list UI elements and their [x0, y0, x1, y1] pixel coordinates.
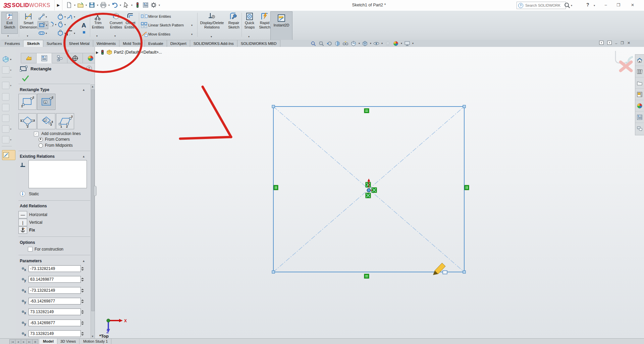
- display-delete-relations-button[interactable]: Display/Delete Relations: [199, 12, 225, 29]
- param-y3-spinner[interactable]: [80, 320, 85, 326]
- hide-show-items-icon[interactable]: [373, 41, 379, 47]
- home-tab[interactable]: [635, 55, 644, 66]
- print-icon[interactable]: [100, 1, 107, 9]
- tab-feature-manager[interactable]: [21, 53, 37, 63]
- tab-dimxpert-manager[interactable]: [67, 53, 83, 63]
- line-dropdown-icon[interactable]: ▾: [46, 15, 47, 18]
- save-icon[interactable]: [89, 1, 95, 9]
- forum-tab[interactable]: [635, 123, 644, 134]
- zoom-fit-icon[interactable]: [310, 41, 316, 47]
- shadows-icon[interactable]: [385, 41, 391, 47]
- save-dropdown-icon[interactable]: ▾: [97, 4, 98, 7]
- appearances-dropdown-icon[interactable]: ▾: [401, 42, 402, 45]
- param-x2-input[interactable]: [29, 287, 81, 294]
- help-search-box[interactable]: ?: [517, 2, 566, 9]
- smart-dimension-button[interactable]: Smart Dimension: [19, 12, 38, 29]
- param-x1-spinner[interactable]: [80, 265, 85, 272]
- doc-close-icon[interactable]: ✕: [627, 41, 630, 45]
- parallelogram-button[interactable]: 123: [56, 113, 74, 129]
- custom-properties-tab[interactable]: [635, 112, 644, 123]
- appearances-scenes-tab[interactable]: [635, 100, 644, 112]
- three-point-corner-rectangle-button[interactable]: 123: [18, 113, 37, 129]
- param-x4-input[interactable]: [29, 330, 81, 337]
- restore-button[interactable]: ❐: [614, 1, 623, 9]
- feature-tree-item[interactable]: ▾: [2, 135, 14, 144]
- param-y1-spinner[interactable]: [80, 276, 85, 283]
- open-dropdown-icon[interactable]: ▾: [86, 4, 87, 7]
- offset-entities-button[interactable]: Offset Entities: [123, 12, 138, 29]
- repair-sketch-button[interactable]: Repair Sketch: [225, 12, 242, 29]
- close-button[interactable]: ✕: [629, 1, 637, 9]
- hide-show-dropdown-icon[interactable]: ▾: [381, 42, 383, 45]
- undo-icon[interactable]: [111, 1, 118, 9]
- existing-relations-header[interactable]: Existing Relations: [20, 154, 55, 159]
- move-dropdown-icon[interactable]: ▾: [191, 33, 193, 36]
- open-icon[interactable]: [77, 1, 84, 9]
- tab-features[interactable]: Features: [1, 40, 23, 47]
- circle-tool[interactable]: ▾: [57, 13, 66, 20]
- horizontal-relation-button[interactable]: —: [18, 211, 27, 218]
- instant2d-button[interactable]: Instant2D: [270, 11, 292, 41]
- circle-dropdown-icon[interactable]: ▾: [64, 15, 66, 18]
- ellipse-tool[interactable]: ▾: [57, 21, 66, 28]
- parameters-collapse-icon[interactable]: ▲: [82, 259, 86, 263]
- print-dropdown-icon[interactable]: ▾: [108, 4, 110, 7]
- spline-tool[interactable]: ▾: [66, 13, 75, 20]
- spline-dropdown-icon[interactable]: ▾: [74, 15, 75, 18]
- ellipse-dropdown-icon[interactable]: ▾: [64, 23, 66, 26]
- param-x3-input[interactable]: [29, 308, 81, 315]
- sketch-canvas[interactable]: [95, 47, 644, 338]
- from-midpoints-radio[interactable]: [39, 143, 43, 148]
- linear-pattern-dropdown-icon[interactable]: ▾: [191, 24, 193, 27]
- feature-tree-item[interactable]: ▾: [2, 55, 14, 64]
- search-magnifier-icon[interactable]: [564, 2, 570, 8]
- settings-gear-icon[interactable]: [150, 1, 157, 9]
- view-settings-dropdown-icon[interactable]: ▾: [412, 42, 414, 45]
- smart-dimension-dropdown-icon[interactable]: ▾: [27, 35, 28, 38]
- panel-help-icon[interactable]: ?: [86, 66, 92, 71]
- view-palette-tab[interactable]: [635, 89, 644, 100]
- trim-dropdown-icon[interactable]: ▾: [96, 35, 98, 38]
- for-construction-checkbox[interactable]: [28, 247, 33, 252]
- arc-dropdown-icon[interactable]: ▾: [55, 23, 56, 26]
- exit-sketch-button[interactable]: Exit Sketch: [1, 12, 18, 34]
- tab-configuration-manager[interactable]: [52, 53, 67, 63]
- polygon-dropdown-icon[interactable]: ▾: [64, 32, 66, 35]
- zoom-area-icon[interactable]: [318, 41, 324, 47]
- quick-snaps-button[interactable]: Quick Snaps: [242, 12, 257, 29]
- tab-dimxpert[interactable]: DimXpert: [167, 40, 190, 47]
- minimize-button[interactable]: –: [602, 1, 610, 9]
- feature-tree-item[interactable]: ▾: [2, 66, 14, 74]
- from-corners-radio[interactable]: [39, 137, 43, 142]
- section-view-icon[interactable]: [334, 41, 340, 47]
- move-entities-button[interactable]: Move Entities: [141, 31, 170, 37]
- display-style-dropdown-icon[interactable]: ▾: [370, 42, 371, 45]
- view-settings-icon[interactable]: [404, 41, 410, 47]
- arc-tool[interactable]: ▾: [48, 21, 56, 28]
- doc-restore-icon[interactable]: ❐: [621, 41, 624, 45]
- previous-view-icon[interactable]: [326, 41, 332, 47]
- fix-relation-button[interactable]: [18, 226, 27, 234]
- fillet-tool[interactable]: ▾: [66, 30, 75, 37]
- options-list-icon[interactable]: [142, 1, 149, 9]
- doc-minimize-icon[interactable]: –: [615, 41, 617, 45]
- feature-tree-item[interactable]: [2, 114, 14, 123]
- appearances-icon[interactable]: [393, 41, 399, 47]
- view-orientation-dropdown-icon[interactable]: ▾: [359, 42, 360, 45]
- corner-rectangle-button[interactable]: 12: [18, 94, 37, 110]
- help-search-input[interactable]: [525, 3, 561, 8]
- mirror-entities-button[interactable]: Mirror Entities: [141, 13, 171, 19]
- confirmation-corner[interactable]: [615, 51, 633, 71]
- undo-dropdown-icon[interactable]: ▾: [120, 4, 121, 7]
- tab-property-manager[interactable]: [37, 53, 52, 63]
- panel-collapse-grip[interactable]: [94, 186, 97, 196]
- annotation-views-icon[interactable]: [342, 41, 348, 47]
- tab-sheet-metal[interactable]: Sheet Metal: [66, 40, 93, 47]
- traffic-light-icon[interactable]: [134, 1, 141, 9]
- slot-tool[interactable]: ▾: [38, 30, 47, 37]
- pane-right-icon[interactable]: [607, 41, 612, 46]
- new-dropdown-icon[interactable]: ▾: [74, 4, 75, 7]
- quick-snaps-dropdown-icon[interactable]: ▾: [248, 35, 250, 38]
- tab-solidworks-add-ins[interactable]: SOLIDWORKS Add-Ins: [190, 40, 237, 47]
- linear-pattern-button[interactable]: Linear Sketch Pattern: [141, 22, 184, 28]
